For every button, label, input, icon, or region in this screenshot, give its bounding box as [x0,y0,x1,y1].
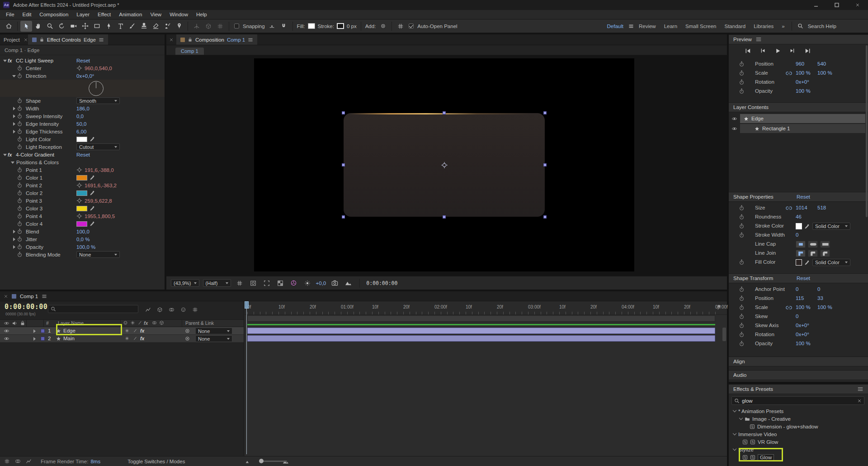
menu-view[interactable]: View [146,10,165,19]
effect-item-glow[interactable]: Glow [729,453,868,461]
toggle-switches-modes-button[interactable]: Toggle Switches / Modes [127,459,185,464]
current-time-indicator[interactable] [246,301,247,454]
play-button[interactable] [772,46,783,55]
handle-top-right[interactable] [543,111,547,114]
stopwatch-icon[interactable] [739,314,745,319]
resolution-dropdown[interactable]: (Half) [203,279,231,287]
home-tool[interactable] [3,21,14,32]
stopwatch-icon[interactable] [17,228,23,234]
zoom-out-mountains-icon[interactable] [244,458,252,465]
twirl-right-icon[interactable] [11,121,17,127]
properties-row-rotation[interactable]: Rotation 0x+0° [729,78,868,87]
stopwatch-icon[interactable] [17,213,23,219]
panel-menu-icon[interactable] [755,36,762,43]
stopwatch-icon[interactable] [17,205,23,211]
last-frame-button[interactable] [802,46,813,55]
twirl-right-icon[interactable] [32,328,37,334]
eye-icon[interactable] [4,336,9,342]
reset-link[interactable]: Reset [797,194,810,200]
audio-panel-header[interactable]: Audio [729,370,868,380]
snapping-checkbox[interactable] [234,24,239,29]
layer-name[interactable]: Edge [63,328,75,333]
workspace-default[interactable]: Default [607,24,623,29]
menu-file[interactable]: File [2,10,19,19]
rotation-tool[interactable] [56,21,67,32]
pan-behind-tool[interactable] [79,21,91,32]
property-row-shape[interactable]: Shape Smooth [0,97,165,105]
stopwatch-icon[interactable] [739,79,745,85]
eyedropper-icon[interactable] [90,175,95,181]
parent-pickwhip-icon[interactable] [184,328,190,334]
panel-menu-icon[interactable] [99,37,104,43]
preset-folder-image-creative[interactable]: Image - Creative [729,415,868,423]
twirl-right-icon[interactable] [11,237,17,242]
crosshair-icon[interactable] [76,167,82,173]
layer-bar-main[interactable] [247,335,715,342]
fill-color-swatch[interactable] [308,23,315,29]
panel-menu-icon[interactable] [42,294,47,299]
shape-row-roundness[interactable]: Roundness 46 [729,213,868,222]
parent-dropdown[interactable]: None [195,328,232,334]
line-join-bevel-button[interactable] [820,250,830,257]
property-row-opacity[interactable]: Opacity 100,0 % [0,243,165,251]
line-join-round-button[interactable] [808,250,818,257]
stopwatch-icon[interactable] [739,88,745,94]
layer-row-main[interactable]: 2 Main fx None [0,335,244,342]
stroke-width-value[interactable]: 0 px [347,24,357,29]
workspace-standard[interactable]: Standard [725,24,746,29]
handle-bottom-right[interactable] [543,215,547,219]
auto-open-panel-checkbox[interactable] [409,24,414,29]
line-cap-square-button[interactable] [820,241,830,248]
mask-visibility-icon[interactable] [248,279,258,288]
stroke-color-mode-dropdown[interactable]: Solid Color [812,223,850,230]
draft-3d-icon[interactable] [156,306,164,313]
grid-guides-icon[interactable] [235,279,245,288]
quality-switch-icon[interactable] [133,336,137,341]
stopwatch-icon[interactable] [17,144,23,150]
handle-bottom-center[interactable] [443,215,446,219]
eyedropper-icon[interactable] [90,205,95,211]
property-row-edge-thickness[interactable]: Edge Thickness 6,00 [0,128,165,135]
handle-middle-right[interactable] [543,163,547,166]
minimize-button[interactable] [806,0,826,10]
panel-menu-icon[interactable] [857,386,863,392]
workspace-libraries[interactable]: Libraries [754,24,774,29]
layer-color-chip[interactable] [41,337,45,341]
property-row-blending-mode[interactable]: Blending Mode None [0,251,165,258]
property-row-point-4[interactable]: Point 4 1955,1,800,5 [0,212,165,220]
roto-brush-tool[interactable] [161,21,173,32]
transform-row-skew-axis[interactable]: Skew Axis 0x+0° [729,321,868,330]
stopwatch-icon[interactable] [739,341,745,347]
property-row-color-2[interactable]: Color 2 [0,189,165,197]
group-row-positions-colors[interactable]: Positions & Colors [0,158,165,166]
menu-animation[interactable]: Animation [115,10,146,19]
frame-blending-icon[interactable] [167,306,175,313]
effect-item-vr-glow[interactable]: VR Glow [729,438,868,446]
track-scrollbar[interactable] [722,328,726,341]
light-color-swatch[interactable] [76,137,87,142]
effect-group-stylize[interactable]: Stylize [729,446,868,453]
anchor-point-icon[interactable] [441,162,448,169]
playhead[interactable] [245,301,249,309]
link-icon[interactable] [786,205,792,211]
shape-dropdown[interactable]: Smooth [76,97,120,104]
local-axis-mode-icon[interactable] [191,21,203,32]
preset-group-animation-presets[interactable]: * Animation Presets [729,407,868,415]
parent-dropdown[interactable]: None [195,335,232,342]
work-area-bar[interactable] [247,315,715,322]
exposure-icon[interactable] [302,279,312,288]
properties-row-position[interactable]: Position 960 540 [729,60,868,69]
lock-icon[interactable] [39,37,44,42]
blending-mode-dropdown[interactable]: None [76,251,120,258]
layer-bar-edge[interactable] [247,328,715,334]
tab-composition[interactable]: Composition Comp 1 [176,34,257,45]
stopwatch-icon[interactable] [17,121,23,127]
brush-tool[interactable] [126,21,138,32]
shape-row-fill-color[interactable]: Fill Color Solid Color [729,258,868,267]
previous-frame-button[interactable] [757,46,768,55]
chevron-down-icon[interactable] [733,432,736,435]
add-pickwhip-icon[interactable] [377,21,389,32]
exposure-value[interactable]: +0,0 [316,281,326,286]
twirl-right-icon[interactable] [11,114,17,119]
tab-project[interactable]: Project [0,37,24,43]
